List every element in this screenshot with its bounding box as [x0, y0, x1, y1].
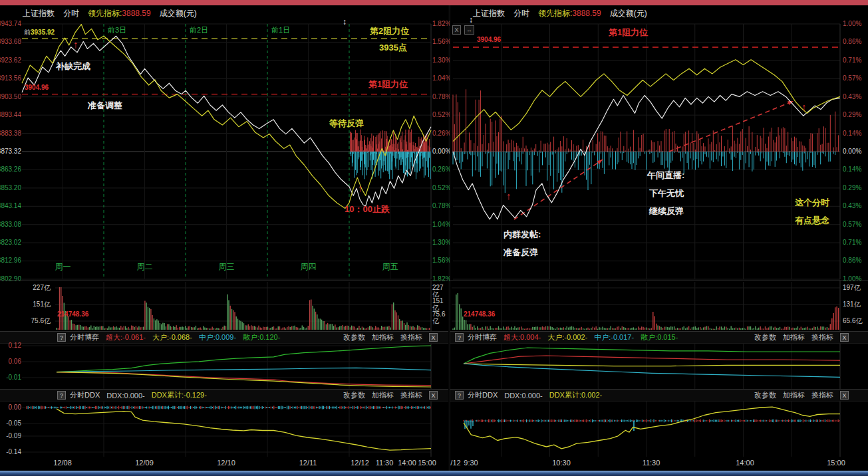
close-indicator-button[interactable]: X — [840, 391, 849, 400]
percent-tick: 0.43% — [843, 93, 867, 100]
percent-tick: 1.00% — [843, 20, 867, 27]
ddx-axis-tick: -0.14 — [1, 449, 21, 455]
game-indicator-header: ? 分时博弈 超大:0.004- 大户:-0.002- 中户:-0.017- 散… — [450, 331, 868, 344]
price-tick: 3873.32 — [0, 148, 21, 155]
volume-tick: 75.6亿 — [27, 318, 51, 324]
percent-tick: 0.57% — [843, 74, 867, 82]
status-bar — [0, 471, 868, 476]
noon-live-annotation: 午间直播: — [647, 170, 684, 181]
main-chart-canvas[interactable] — [0, 20, 448, 280]
large-holder-value: 大户:-0.002- — [547, 332, 587, 342]
game-canvas[interactable] — [450, 344, 868, 389]
indicator-title: 分时博弈 — [468, 332, 497, 342]
stop-fall-annotation: 10：00止跌 — [345, 203, 390, 215]
leading-indicator-label: 领先指标: — [88, 9, 122, 18]
switch-indicator-button[interactable]: 换指标 — [811, 332, 833, 342]
close-indicator-button[interactable]: X — [840, 333, 849, 342]
help-icon[interactable]: ? — [57, 391, 66, 400]
change-params-button[interactable]: 改参数 — [343, 332, 365, 342]
switch-indicator-button[interactable]: 换指标 — [811, 390, 833, 400]
leading-indicator: 领先指标:3888.59 — [88, 8, 151, 19]
updown-drag-icon[interactable]: ↕ — [469, 16, 473, 24]
volume-axis-right: 197亿131亿65.6亿 — [843, 285, 862, 324]
time-tick: 10:30 — [552, 459, 571, 467]
time-tick: 12/11 — [299, 459, 317, 467]
mid-holder-value: 中户:0.009- — [199, 332, 236, 342]
help-icon[interactable]: ? — [57, 333, 66, 342]
day-boundary-label: 前1日 — [271, 25, 290, 35]
gap-filled-annotation: 补缺完成 — [56, 60, 90, 72]
noon-live-annotation: 继续反弹 — [649, 205, 684, 217]
time-tick: /12 — [450, 459, 460, 467]
price-tick: 3823.02 — [0, 239, 21, 246]
ddx-chart-right[interactable] — [450, 402, 868, 457]
period-label[interactable]: 分时 — [63, 8, 79, 19]
volume-chart-left[interactable]: 227亿151亿75.6亿 227亿151亿75.6亿 214748.36 — [0, 280, 448, 332]
percent-tick: 0.86% — [843, 38, 867, 45]
resistance2-level-label: 前3935.92 — [24, 28, 55, 37]
ddx-canvas[interactable] — [0, 402, 448, 457]
game-chart-left[interactable]: 0.12 0.06 -0.01 — [0, 344, 448, 389]
time-tick: 15:00 — [418, 459, 436, 467]
volume-canvas[interactable] — [450, 281, 868, 332]
time-tick: 14:00 — [736, 459, 754, 467]
main-chart-canvas[interactable] — [450, 20, 868, 280]
up-arrow-marker: ↑ — [506, 191, 511, 201]
volume-chart-right[interactable]: 197亿131亿65.6亿 214748.36 — [450, 280, 868, 332]
ddx-canvas[interactable] — [450, 402, 868, 457]
suspense-annotation: 有点悬念 — [795, 215, 829, 227]
ddx-indicator-header: ? 分时DDX DDX:0.000- DDX累计:-0.129- 改参数 加指标… — [0, 389, 448, 402]
chart-header: 上证指数 分时 领先指标:3888.59 成交额(元) — [473, 7, 647, 19]
main-chart-right[interactable]: 1.00%0.86%0.71%0.57%0.43%0.29%0.14%0.00%… — [450, 20, 868, 280]
percent-tick: 0.14% — [843, 130, 867, 137]
close-indicator-button[interactable]: X — [429, 391, 438, 400]
price-tick: 3893.44 — [0, 111, 21, 118]
time-tick: 9:30 — [464, 459, 478, 467]
game-axis-tick: 0.06 — [1, 358, 21, 365]
ddx-cumulative-value: DDX累计:0.002- — [549, 390, 602, 400]
help-icon[interactable]: ? — [455, 391, 464, 400]
volume-tick: 227亿 — [27, 285, 51, 291]
updown-drag-icon[interactable]: ↕ — [343, 18, 347, 26]
volume-tick: 75.6亿 — [432, 311, 448, 324]
add-indicator-button[interactable]: 加指标 — [372, 390, 394, 400]
window-title-bar[interactable] — [0, 0, 868, 5]
price-tick: 3923.62 — [0, 57, 21, 64]
game-chart-right[interactable] — [450, 344, 868, 389]
close-indicator-button[interactable]: X — [429, 333, 438, 342]
resistance1-annotation: 第1阻力位 — [609, 27, 648, 39]
volume-canvas[interactable] — [0, 281, 448, 332]
mid-holder-value: 中户:-0.017- — [594, 332, 634, 342]
switch-indicator-button[interactable]: 换指标 — [400, 390, 422, 400]
weekday-label: 周一 — [55, 261, 71, 273]
volume-axis-right: 227亿151亿75.6亿 — [432, 285, 448, 324]
period-label[interactable]: 分时 — [513, 8, 529, 19]
price-tick: 3883.38 — [0, 130, 21, 137]
weekday-label: 周三 — [219, 261, 235, 273]
switch-indicator-button[interactable]: 换指标 — [400, 332, 422, 342]
up-arrow-marker: ↑ — [358, 183, 363, 193]
percent-tick: 0.43% — [843, 202, 867, 209]
retail-value: 散户:0.120- — [243, 332, 280, 342]
add-indicator-button[interactable]: 加指标 — [783, 390, 805, 400]
volume-tick: 197亿 — [843, 285, 862, 291]
price-tick: 3903.50 — [0, 93, 21, 100]
day-boundary-label: 前2日 — [190, 25, 208, 35]
add-indicator-button[interactable]: 加指标 — [372, 332, 394, 342]
change-params-button[interactable]: 改参数 — [343, 390, 365, 400]
change-params-button[interactable]: 改参数 — [754, 390, 776, 400]
indicator-title: 分时博弈 — [70, 332, 99, 342]
main-chart-left[interactable]: 3943.743933.683923.623913.563903.503893.… — [0, 20, 448, 280]
ddx-chart-left[interactable]: 0.00 -0.05 -0.09 -0.14 — [0, 402, 448, 457]
percent-tick: 0.29% — [843, 111, 867, 118]
volume-tick: 65.6亿 — [843, 318, 862, 324]
change-params-button[interactable]: 改参数 — [754, 332, 776, 342]
price-tick: 3913.56 — [0, 74, 21, 82]
close-window-icon[interactable]: X — [452, 25, 461, 35]
add-indicator-button[interactable]: 加指标 — [783, 332, 805, 342]
left-chart-panel: 上证指数 分时 领先指标:3888.59 成交额(元) 3943.743933.… — [0, 5, 448, 471]
game-canvas[interactable] — [0, 344, 448, 389]
resize-window-icon[interactable]: ↔ — [464, 25, 474, 35]
help-icon[interactable]: ? — [455, 333, 464, 342]
percent-tick: 0.29% — [843, 184, 867, 191]
